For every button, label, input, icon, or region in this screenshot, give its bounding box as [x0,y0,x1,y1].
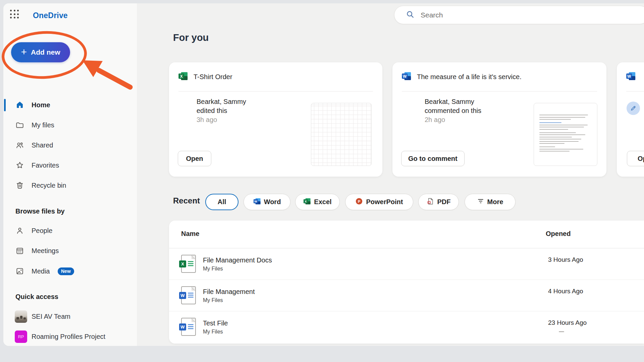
search-input[interactable]: Search [394,6,644,24]
file-location: My Files [203,266,223,272]
svg-text:W: W [254,200,257,203]
svg-text:W: W [627,74,631,79]
word-icon: W [253,197,261,207]
svg-text:X: X [305,200,307,203]
filter-label: Word [264,198,281,206]
open-button[interactable]: Open [627,151,644,166]
filter-more[interactable]: More [465,194,516,210]
pdf-icon [427,197,434,207]
quick-access-heading: Quick access [15,290,58,303]
filter-pdf[interactable]: PDF [418,194,459,210]
card-timestamp: 2h ago [425,116,445,124]
app-launcher-icon[interactable] [10,10,19,19]
sidebar-item-label: People [32,223,52,239]
sidebar-item-label: Meetings [32,243,59,259]
file-opened-time: 4 Hours Ago [548,288,583,295]
filter-powerpoint[interactable]: P PowerPoint [345,194,413,210]
sidebar-item-roaming-profiles-project[interactable]: RP Roaming Profiles Project [0,328,133,345]
add-new-label: Add new [31,48,60,56]
sidebar-item-label: Shared [32,137,53,153]
file-name: File Management [203,288,255,296]
for-you-card-partial[interactable]: W Open [617,62,644,177]
sidebar-item-label: Home [32,97,50,113]
sidebar-item-label: My files [32,117,54,133]
search-placeholder: Search [421,11,443,19]
trash-icon [15,181,24,190]
sidebar-item-recycle-bin[interactable]: Recycle bin [0,177,133,193]
excel-icon: X [303,197,311,207]
card-divider [178,91,373,92]
file-name: File Management Docs [203,256,272,264]
filter-label: All [218,198,226,206]
card-divider [402,91,597,92]
for-you-card-tshirt-order[interactable]: X T-Shirt Order Bearkat, Sammy edited th… [169,62,382,177]
file-opened-time: 3 Hours Ago [548,256,583,263]
sidebar-item-people[interactable]: People [0,223,133,239]
spreadsheet-thumbnail[interactable] [311,103,372,166]
card-divider [626,91,644,92]
word-icon: W [401,71,412,82]
card-title: The measure of a life is it's service. [417,73,522,81]
recent-heading: Recent [173,196,200,205]
sidebar-item-meetings[interactable]: Meetings [0,243,133,259]
column-header-name[interactable]: Name [181,230,199,238]
recent-files-table: Name Opened X File Management Docs My Fi… [169,221,644,344]
sidebar-item-label: Favorites [32,157,59,173]
sidebar-item-label: SEI AV Team [32,308,70,324]
powerpoint-icon: P [355,197,363,207]
image-icon [15,267,24,276]
sidebar-item-sei-av-team[interactable]: SEI AV Team [0,308,133,324]
card-timestamp: 3h ago [197,116,217,124]
filter-label: PDF [437,198,451,206]
card-title: T-Shirt Order [194,73,232,81]
project-initials-icon: RP [15,330,27,343]
browse-files-by-heading: Browse files by [15,204,65,218]
plus-icon: + [21,47,27,57]
file-name: Test File [203,319,228,327]
sidebar-item-home[interactable]: Home [0,97,133,113]
word-file-icon: W [181,318,196,336]
file-location: My Files [203,329,223,335]
card-activity-text: Bearkat, Sammy edited this [197,97,246,115]
sidebar-item-shared[interactable]: Shared [0,137,133,153]
person-icon [15,226,24,235]
filter-icon [477,197,484,206]
for-you-card-measure-of-life[interactable]: W The measure of a life is it's service.… [392,62,606,177]
onedrive-logo[interactable]: OneDrive [33,11,68,20]
go-to-comment-button[interactable]: Go to comment [401,151,465,166]
calendar-icon [15,246,24,255]
table-row-file-management[interactable]: W File Management My Files 4 Hours Ago [169,280,644,311]
filter-label: Excel [314,198,331,206]
folder-icon [15,121,24,129]
card-activity-text: Bearkat, Sammy commented on this [425,97,481,115]
add-new-button[interactable]: + Add new [11,42,70,62]
table-row-file-management-docs[interactable]: X File Management Docs My Files 3 Hours … [169,248,644,280]
search-icon [406,10,415,20]
team-thumbnail-icon [15,310,27,323]
column-header-opened[interactable]: Opened [546,230,571,238]
table-row-test-file[interactable]: W Test File My Files 23 Hours Ago [169,311,644,343]
svg-text:X: X [180,74,183,79]
sidebar-item-my-files[interactable]: My files [0,117,133,133]
open-button[interactable]: Open [178,151,211,166]
home-icon [15,101,24,109]
new-badge: New [58,267,74,275]
filter-all[interactable]: All [205,194,238,210]
filter-excel[interactable]: X Excel [295,194,340,210]
excel-icon: X [178,71,188,82]
sidebar-item-label: Roaming Profiles Project [32,328,105,345]
filter-word[interactable]: W Word [244,194,290,210]
excel-file-icon: X [181,255,196,273]
sidebar-item-favorites[interactable]: Favorites [0,157,133,173]
document-thumbnail[interactable] [534,103,597,166]
file-location: My Files [203,297,223,303]
file-opened-time: 23 Hours Ago [548,319,587,326]
sidebar-item-media[interactable]: Media New [0,263,133,279]
svg-text:W: W [403,74,407,79]
sidebar-item-label: Recycle bin [32,177,66,193]
word-file-icon: W [181,286,196,304]
word-icon: W [626,71,636,82]
filter-label: PowerPoint [366,198,403,206]
star-icon [15,161,24,170]
people-icon [15,141,24,149]
